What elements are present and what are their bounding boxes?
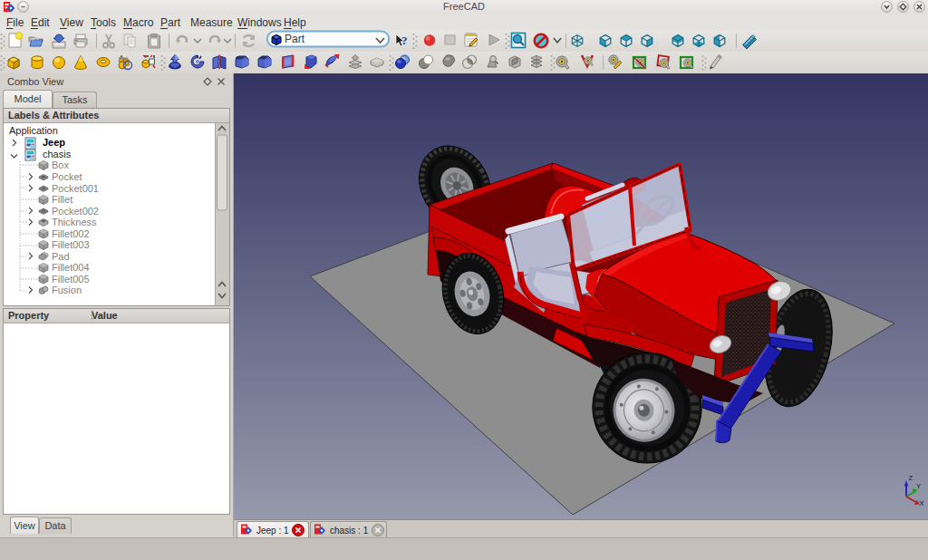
svg-text:Fillet: Fillet (52, 194, 72, 205)
svg-text:Part: Part (285, 33, 305, 45)
svg-text:Fillet002: Fillet002 (52, 228, 90, 239)
svg-text:Z: Z (909, 474, 914, 482)
svg-text:Thickness: Thickness (52, 217, 97, 227)
svg-text:Fusion: Fusion (52, 285, 82, 295)
svg-text:Pocket: Pocket (52, 171, 82, 182)
svg-text:Application: Application (9, 125, 58, 136)
svg-text:Jeep : 1: Jeep : 1 (256, 526, 289, 536)
svg-text:Jeep: Jeep (43, 137, 65, 148)
svg-text:Y: Y (916, 482, 921, 490)
svg-text:Box: Box (52, 159, 69, 170)
svg-text:Pocket001: Pocket001 (52, 183, 99, 194)
svg-text:X: X (920, 499, 924, 507)
svg-text:Pocket002: Pocket002 (52, 206, 99, 217)
svg-text:Fillet005: Fillet005 (52, 274, 90, 285)
svg-text:?: ? (401, 34, 408, 47)
svg-text:Fillet003: Fillet003 (52, 239, 90, 250)
svg-text:chasis: chasis (43, 149, 72, 159)
svg-text:Fillet004: Fillet004 (52, 262, 90, 273)
svg-text:chasis : 1: chasis : 1 (330, 526, 369, 536)
svg-text:Pad: Pad (52, 251, 70, 262)
